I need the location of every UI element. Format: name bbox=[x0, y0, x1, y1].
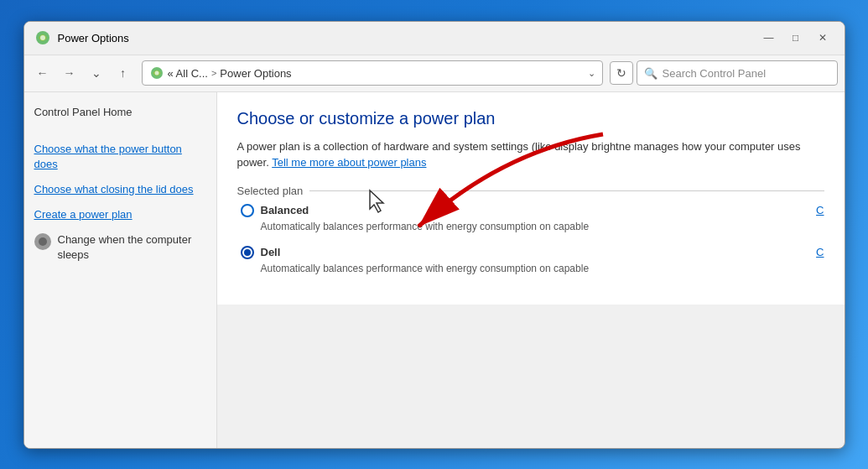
plan-dell-name: Dell bbox=[261, 246, 281, 258]
address-chevron-icon[interactable]: ⌄ bbox=[588, 68, 595, 79]
refresh-button[interactable]: ↻ bbox=[610, 61, 633, 85]
search-icon: 🔍 bbox=[644, 67, 657, 80]
learn-more-link[interactable]: Tell me more about power plans bbox=[272, 156, 426, 169]
content-area-wrapper: Choose or customize a power plan A power… bbox=[217, 92, 845, 448]
svg-point-1 bbox=[40, 35, 45, 40]
plan-item-dell: Dell C Automatically balances performanc… bbox=[237, 246, 824, 274]
plan-balanced-header: Balanced C bbox=[241, 204, 824, 217]
search-box[interactable]: 🔍 Search Control Panel bbox=[637, 60, 838, 86]
title-bar: Power Options — □ ✕ bbox=[24, 22, 845, 55]
plan-balanced-desc: Automatically balances performance with … bbox=[241, 221, 824, 232]
sidebar: Control Panel Home Choose what the power… bbox=[24, 92, 217, 448]
sidebar-link-create-plan[interactable]: Create a power plan bbox=[34, 207, 206, 222]
back-button[interactable]: ← bbox=[31, 61, 55, 85]
plan-balanced-name: Balanced bbox=[261, 204, 309, 216]
address-icon bbox=[149, 65, 164, 81]
selected-plan-label: Selected plan bbox=[237, 185, 824, 197]
breadcrumb-current: Power Options bbox=[220, 67, 291, 80]
title-bar-text: Power Options bbox=[58, 32, 129, 44]
plan-balanced-change[interactable]: C bbox=[816, 204, 824, 216]
sidebar-link-power-button[interactable]: Choose what the power button does bbox=[34, 142, 206, 172]
title-bar-controls: — □ ✕ bbox=[757, 26, 834, 50]
close-button[interactable]: ✕ bbox=[811, 26, 834, 50]
sidebar-sleep-item: Change when the computer sleeps bbox=[34, 232, 206, 263]
address-bar[interactable]: « All C... > Power Options ⌄ bbox=[142, 60, 603, 86]
minimize-button[interactable]: — bbox=[757, 26, 781, 50]
title-bar-icon bbox=[34, 29, 51, 46]
content-panel: Choose or customize a power plan A power… bbox=[217, 92, 845, 305]
main-content: Control Panel Home Choose what the power… bbox=[24, 92, 845, 448]
forward-button[interactable]: → bbox=[58, 61, 81, 85]
sidebar-link-lid[interactable]: Choose what closing the lid does bbox=[34, 182, 206, 197]
plan-dell-radio[interactable] bbox=[241, 246, 254, 259]
nav-bar: ← → ⌄ ↑ « All C... > Power Options ⌄ ↻ 🔍… bbox=[24, 55, 845, 92]
address-path: « All C... > Power Options bbox=[168, 67, 292, 80]
plan-dell-change[interactable]: C bbox=[816, 246, 824, 258]
plan-item-balanced: Balanced C Automatically balances perfor… bbox=[237, 204, 824, 232]
sleep-icon bbox=[34, 233, 51, 250]
content-description: A power plan is a collection of hardware… bbox=[237, 138, 824, 171]
svg-point-3 bbox=[154, 71, 159, 76]
up-button[interactable]: ↑ bbox=[112, 61, 135, 85]
sidebar-sleep-text[interactable]: Change when the computer sleeps bbox=[58, 232, 206, 263]
search-placeholder-text: Search Control Panel bbox=[663, 67, 767, 80]
sidebar-home-link[interactable]: Control Panel Home bbox=[34, 106, 206, 118]
breadcrumb-prefix: « All C... bbox=[168, 67, 208, 80]
content-title: Choose or customize a power plan bbox=[237, 109, 824, 128]
maximize-button[interactable]: □ bbox=[784, 26, 808, 50]
plan-dell-header: Dell C bbox=[241, 246, 824, 259]
plan-dell-desc: Automatically balances performance with … bbox=[241, 263, 824, 274]
plan-balanced-radio[interactable] bbox=[241, 204, 254, 217]
breadcrumb-separator: > bbox=[211, 68, 216, 78]
recent-button[interactable]: ⌄ bbox=[85, 61, 108, 85]
